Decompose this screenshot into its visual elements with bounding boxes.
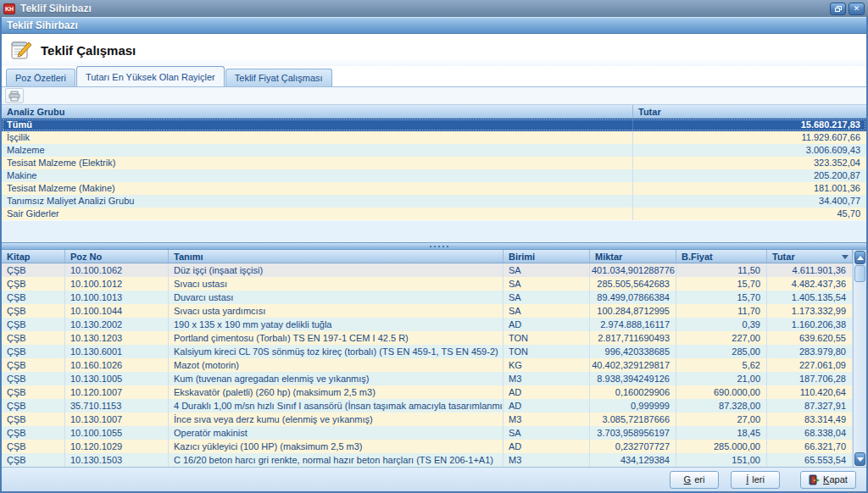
items-cell: 0,999999 xyxy=(590,399,676,413)
items-cell: TON xyxy=(504,331,590,345)
items-row[interactable]: ÇŞB10.100.1012Sıvacı ustasıSA285.505,564… xyxy=(2,277,866,291)
app-icon: KH xyxy=(3,3,15,14)
analysis-row[interactable]: Tanımsız Maliyet Analizi Grubu34.400,77 xyxy=(2,195,866,208)
scrollbar-thumb[interactable] xyxy=(854,265,865,282)
items-cell: 285.505,5642683 xyxy=(590,277,676,291)
items-cell: 21,00 xyxy=(676,372,767,385)
items-cell: 65.553,54 xyxy=(767,453,853,467)
items-cell: 0,160029906 xyxy=(590,385,676,399)
analysis-group-cell: Tesisat Malzeme (Elektrik) xyxy=(2,157,633,169)
items-cell: M3 xyxy=(504,413,590,426)
items-cell: 66.321,70 xyxy=(767,440,853,453)
items-cell: 10.100.1012 xyxy=(65,277,169,291)
column-header-tutar[interactable]: Tutar xyxy=(633,105,866,118)
items-cell: SA xyxy=(504,291,590,304)
items-cell: AD xyxy=(504,318,590,331)
splitter-handle[interactable] xyxy=(2,242,866,250)
tab-teklif-fiyat-calismasi[interactable]: Teklif Fiyat Çalışması xyxy=(225,69,332,86)
items-cell: SA xyxy=(504,263,590,277)
items-cell: 8.938,394249126 xyxy=(590,372,676,385)
items-row[interactable]: ÇŞB10.130.1005Kum (tuvenan agregadan ele… xyxy=(2,372,866,385)
vertical-scrollbar[interactable] xyxy=(853,250,866,467)
column-header-poz-no[interactable]: Poz No xyxy=(65,250,169,263)
back-button[interactable]: Geri xyxy=(670,471,719,489)
analysis-row[interactable]: Sair Giderler45,70 xyxy=(2,208,866,220)
page-title: Teklif Çalışması xyxy=(41,43,136,58)
header-strip: Teklif Sihirbazı xyxy=(2,17,866,34)
analysis-table: Analiz Grubu Tutar Tümü15.680.217,83İşçi… xyxy=(2,105,866,242)
items-cell: Kazıcı yükleyici (100 HP) (maksimum 2,5 … xyxy=(169,440,504,453)
items-row[interactable]: ÇŞB10.160.1026Mazot (motorin)KG40.402,32… xyxy=(2,358,866,372)
column-header-tanimi[interactable]: Tanımı xyxy=(169,250,504,263)
items-cell: SA xyxy=(504,304,590,318)
items-row[interactable]: ÇŞB10.130.2002190 x 135 x 190 mm yatay d… xyxy=(2,318,866,331)
items-table-body: ÇŞB10.100.1062Düz işçi (inşaat işçisi)SA… xyxy=(2,263,866,467)
items-row[interactable]: ÇŞB10.130.6001Kalsiyum kireci CL 70S sön… xyxy=(2,345,866,358)
items-cell: ÇŞB xyxy=(2,263,65,277)
items-cell: 285.000,00 xyxy=(676,440,767,453)
splitter-grip-icon xyxy=(434,246,436,247)
items-row[interactable]: ÇŞB10.130.1203Portland çimentosu (Torbal… xyxy=(2,331,866,345)
items-cell: 87.327,91 xyxy=(767,399,853,413)
analysis-row[interactable]: İşçilik11.929.607,66 xyxy=(2,131,866,144)
items-cell: 10.100.1055 xyxy=(65,426,169,440)
analysis-amount-cell: 181.001,36 xyxy=(633,182,866,195)
close-button[interactable]: ✕ xyxy=(849,3,865,15)
items-cell: 11,50 xyxy=(676,263,767,277)
items-cell: 190 x 135 x 190 mm yatay delikli tuğla xyxy=(169,318,504,331)
items-row[interactable]: ÇŞB10.120.1007Ekskavatör (paletli) (260 … xyxy=(2,385,866,399)
close-dialog-button[interactable]: Kapat xyxy=(800,471,856,489)
column-header-analiz-grubu[interactable]: Analiz Grubu xyxy=(2,105,633,118)
items-cell: AD xyxy=(504,399,590,413)
items-row[interactable]: ÇŞB10.100.1013Duvarcı ustasıSA89.499,078… xyxy=(2,291,866,304)
analysis-row[interactable]: Tümü15.680.217,83 xyxy=(2,119,866,131)
analysis-row[interactable]: Makine205.200,87 xyxy=(2,169,866,182)
analysis-group-cell: Malzeme xyxy=(2,144,633,157)
scroll-down-button[interactable] xyxy=(854,452,865,466)
scroll-up-button[interactable] xyxy=(854,251,865,264)
items-cell: ÇŞB xyxy=(2,385,65,399)
next-button[interactable]: İleri xyxy=(731,471,780,489)
items-cell: ÇŞB xyxy=(2,453,65,467)
items-cell: 10.130.1203 xyxy=(65,331,169,345)
page-header: Teklif Çalışması xyxy=(2,34,866,66)
items-cell: 10.120.1029 xyxy=(65,440,169,453)
column-header-bfiyat[interactable]: B.Fiyat xyxy=(676,250,767,263)
items-cell: 434,129384 xyxy=(590,453,676,467)
sort-desc-icon xyxy=(842,255,849,259)
items-cell: AD xyxy=(504,440,590,453)
items-row[interactable]: ÇŞB10.130.1503C 16/20 beton harcı gri re… xyxy=(2,453,866,467)
items-cell: 285,00 xyxy=(676,345,767,358)
items-row[interactable]: ÇŞB10.100.1062Düz işçi (inşaat işçisi)SA… xyxy=(2,263,866,277)
items-cell: Kum (tuvenan agregadan elenmiş ve yıkanm… xyxy=(169,372,504,385)
items-cell: 151,00 xyxy=(676,453,767,467)
analysis-amount-cell: 323.352,04 xyxy=(633,157,866,169)
scrollbar-track[interactable] xyxy=(854,282,866,451)
column-header-birimi[interactable]: Birimi xyxy=(504,250,590,263)
items-cell: 10.100.1062 xyxy=(65,263,169,277)
items-cell: ÇŞB xyxy=(2,331,65,345)
column-header-miktar[interactable]: Miktar xyxy=(590,250,676,263)
items-cell: 10.100.1013 xyxy=(65,291,169,304)
column-header-tutar[interactable]: Tutar xyxy=(767,250,853,263)
analysis-row[interactable]: Tesisat Malzeme (Elektrik)323.352,04 xyxy=(2,157,866,169)
tab-poz-ozetleri[interactable]: Poz Özetleri xyxy=(6,69,75,86)
tab-tutari-en-yuksek-olan-rayicler[interactable]: Tutarı En Yüksek Olan Rayiçler xyxy=(76,66,225,86)
items-cell: ÇŞB xyxy=(2,277,65,291)
items-row[interactable]: ÇŞB10.100.1055Operatör makinistSA3.703,9… xyxy=(2,426,866,440)
print-button[interactable] xyxy=(5,88,24,103)
analysis-table-body: Tümü15.680.217,83İşçilik11.929.607,66Mal… xyxy=(2,119,866,220)
items-cell: İnce sıva veya derz kumu (elenmiş ve yık… xyxy=(169,413,504,426)
analysis-amount-cell: 205.200,87 xyxy=(633,169,866,182)
items-cell: 4.611.901,36 xyxy=(767,263,853,277)
items-row[interactable]: ÇŞB10.100.1044Sıvacı usta yardımcısıSA10… xyxy=(2,304,866,318)
column-header-kitap[interactable]: Kitap xyxy=(2,250,65,263)
analysis-row[interactable]: Malzeme3.006.609,43 xyxy=(2,144,866,157)
items-row[interactable]: ÇŞB10.130.1007İnce sıva veya derz kumu (… xyxy=(2,413,866,426)
items-row[interactable]: ÇŞB35.710.11534 Duraklı 1,00 m/sn hızlı … xyxy=(2,399,866,413)
analysis-row[interactable]: Tesisat Malzeme (Makine)181.001,36 xyxy=(2,182,866,195)
items-row[interactable]: ÇŞB10.120.1029Kazıcı yükleyici (100 HP) … xyxy=(2,440,866,453)
teklif-sihirbazi-window: KH Teklif Sihirbazı ✕ Teklif Sihirbazı T… xyxy=(0,0,868,493)
restore-button[interactable] xyxy=(830,3,846,15)
items-cell: ÇŞB xyxy=(2,440,65,453)
